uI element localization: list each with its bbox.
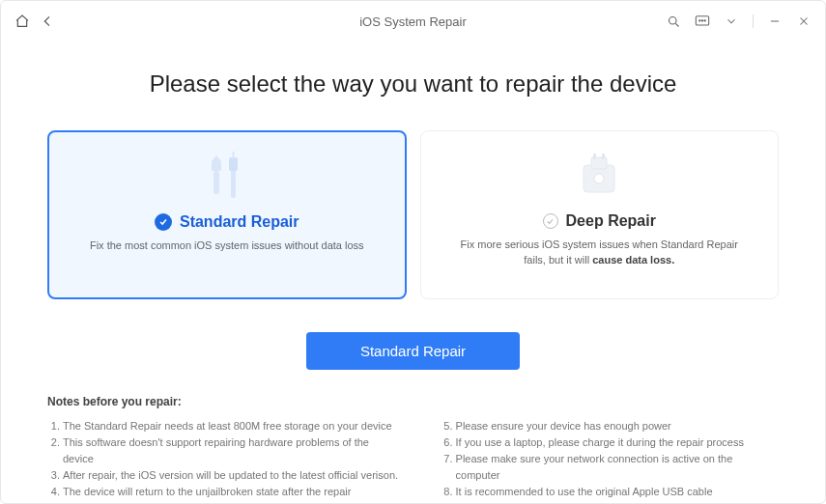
svg-rect-7 [229, 157, 238, 171]
device-icon [570, 149, 628, 203]
note-item: The Standard Repair needs at least 800M … [63, 418, 402, 434]
feedback-icon[interactable] [695, 14, 710, 29]
note-item: After repair, the iOS version will be up… [63, 467, 402, 484]
svg-point-4 [704, 20, 705, 21]
titlebar: iOS System Repair [1, 1, 825, 42]
deep-repair-title: Deep Repair [566, 212, 656, 230]
svg-point-0 [669, 16, 676, 24]
standard-repair-title: Standard Repair [180, 213, 299, 231]
svg-point-2 [699, 20, 700, 21]
note-item: If you use a laptop, please charge it du… [456, 434, 779, 451]
notes-right-col: Please ensure your device has enough pow… [441, 418, 779, 500]
search-icon[interactable] [666, 14, 681, 29]
page-heading: Please select the way you want to repair… [47, 70, 779, 98]
svg-rect-6 [231, 169, 236, 198]
svg-point-3 [701, 20, 702, 21]
repair-options: Standard Repair Fix the most common iOS … [47, 130, 779, 299]
minimize-icon[interactable] [767, 14, 783, 29]
back-icon[interactable] [40, 14, 55, 29]
note-item: The device will return to the unjailbrok… [63, 484, 402, 500]
notes-left-col: The Standard Repair needs at least 800M … [47, 418, 402, 500]
note-item: This software doesn't support repairing … [63, 434, 402, 467]
chevron-down-icon[interactable] [724, 14, 739, 29]
deep-repair-desc: Fix more serious iOS system issues when … [421, 238, 779, 268]
note-item: Please make sure your network connection… [456, 451, 779, 484]
standard-repair-desc: Fix the most common iOS system issues wi… [51, 238, 403, 254]
tools-icon [198, 150, 256, 204]
home-icon[interactable] [14, 14, 30, 29]
svg-point-13 [594, 174, 604, 183]
svg-rect-11 [593, 154, 596, 159]
note-item: It is recommended to use the original Ap… [456, 484, 779, 500]
standard-repair-card[interactable]: Standard Repair Fix the most common iOS … [47, 130, 407, 299]
standard-repair-button[interactable]: Standard Repair [306, 332, 520, 370]
svg-rect-12 [602, 154, 605, 159]
notes-section: Notes before you repair: The Standard Re… [47, 370, 779, 500]
close-icon[interactable] [796, 14, 812, 29]
check-outline-icon [543, 213, 558, 229]
separator [753, 14, 754, 28]
notes-title: Notes before you repair: [47, 395, 779, 408]
note-item: Please ensure your device has enough pow… [456, 418, 779, 434]
deep-repair-desc-emphasis: cause data loss. [592, 254, 674, 266]
svg-rect-5 [214, 171, 219, 194]
deep-repair-card[interactable]: Deep Repair Fix more serious iOS system … [420, 130, 780, 299]
svg-rect-8 [232, 152, 234, 159]
check-filled-icon [155, 213, 172, 231]
